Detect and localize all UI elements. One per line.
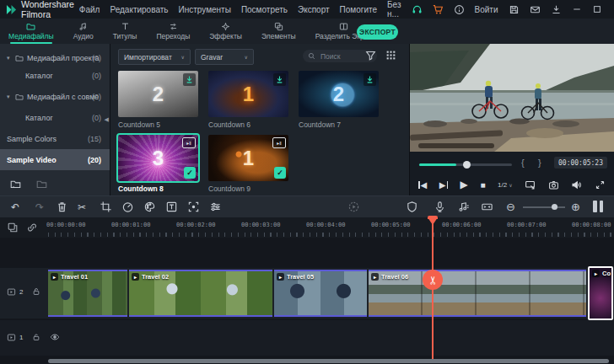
reframe-button[interactable] [187,201,200,213]
media-item-countdown6[interactable]: 1 [208,71,288,117]
render-preview-button[interactable] [347,201,360,213]
chevron-down-icon: ∨ [181,54,185,60]
tree-expand-icon[interactable]: ▾ [7,55,15,62]
record-dropdown[interactable]: Gravar ∨ [195,49,254,65]
volume-icon[interactable] [571,179,582,190]
preview-quality-dropdown[interactable]: 1/2 ∨ [498,181,513,189]
fullscreen-icon[interactable] [595,179,606,190]
redo-button[interactable]: ↷ [35,201,44,214]
minimize-button[interactable] [572,4,582,14]
timeline-clip-travel02[interactable]: ▸Travel 02 [129,270,272,317]
adjust-sliders-button[interactable] [209,201,222,213]
import-dropdown[interactable]: Импортироват ∨ [118,49,191,65]
menu-file[interactable]: Файл [74,5,105,14]
tab-transitions[interactable]: Переходы [156,19,190,44]
undo-button[interactable]: ↶ [11,201,19,214]
timeline-ruler[interactable]: 00:00:00:00 00:00:01:00 00:00:02:00 00:0… [0,217,614,238]
timeline-clip-travel01[interactable]: ▸Travel 01 [48,270,127,317]
download-badge-icon[interactable] [273,73,286,86]
toggle-visibility-eye-icon[interactable] [50,332,60,342]
record-voiceover-mic-button[interactable] [434,201,446,213]
new-folder-button[interactable] [10,179,21,190]
tab-titles[interactable]: Титулы [113,19,137,44]
play-button[interactable]: ▶ [460,179,468,190]
sidebar-item-catalog-2[interactable]: Каталог (0) [0,107,110,128]
tab-audio[interactable]: Аудио [73,19,94,44]
media-item-countdown8[interactable]: 3 ▸‖ ✓ [118,135,198,181]
playhead-marker[interactable] [428,217,438,225]
zoom-in-button[interactable]: ⊕ [571,201,580,214]
about-info-icon[interactable] [454,4,465,15]
project-name[interactable]: Без н... [382,0,407,19]
timeline-clip-travel06[interactable]: ▸Travel 06 [369,270,586,317]
store-cart-icon[interactable] [433,4,444,15]
timeline-zoom-slider[interactable] [523,206,565,208]
lock-track-icon[interactable] [32,287,40,296]
lock-track-icon[interactable] [32,333,40,341]
clip-name: Co [602,270,611,277]
timecode-display: 00:00:05:23 [554,157,607,169]
timeline-horizontal-scrollbar[interactable] [48,359,609,363]
export-button[interactable]: ЭКСПОРТ [357,24,398,40]
tab-elements[interactable]: Элементы [261,19,296,44]
mail-icon[interactable] [530,4,541,15]
tree-expand-icon[interactable]: ▾ [7,94,15,100]
sidebar-collapse-arrow[interactable]: ◀ [105,116,109,123]
timeline-clip-travel05[interactable]: ▸Travel 05 [274,270,367,317]
sidebar-item-sample-video[interactable]: Sample Video (20) [0,149,110,170]
zoom-slider-handle[interactable] [552,204,557,210]
media-item-countdown9[interactable]: 1 ▸‖ ✓ [208,135,288,181]
snapshot-camera-icon[interactable] [548,179,559,190]
previous-frame-button[interactable]: ◀ [418,180,427,190]
zoom-out-button[interactable]: ⊖ [506,201,515,214]
menu-help[interactable]: Помогите [335,5,382,14]
motion-tracking-button[interactable] [165,201,178,213]
maximize-button[interactable] [592,4,602,14]
media-item-countdown5[interactable]: 2 [118,71,198,117]
video-track-1-lane[interactable] [0,320,614,356]
link-clips-icon[interactable] [26,222,38,233]
search-input[interactable] [319,51,371,62]
sidebar-item-shared-media[interactable]: ▾ Медиафайл с совме (0) [0,86,110,107]
tab-effects-label: Эффекты [209,32,242,40]
stop-button[interactable]: ■ [480,180,485,190]
support-headphones-icon[interactable] [412,4,423,15]
fit-timeline-button[interactable] [593,201,603,212]
video-viewer[interactable] [410,44,614,152]
download-badge-icon[interactable] [183,73,196,86]
mark-in-button[interactable]: { [521,158,525,168]
manage-tracks-icon[interactable] [7,222,19,233]
tab-effects[interactable]: Эффекты [209,19,242,44]
audio-mixer-button[interactable] [457,201,470,213]
crop-button[interactable] [100,201,112,213]
menu-edit[interactable]: Редактировать [105,5,173,14]
download-badge-icon[interactable] [364,73,376,86]
menu-export[interactable]: Экспорт [293,5,335,14]
media-item-countdown7[interactable]: 2 [299,71,379,117]
playhead-scissors-cut-button[interactable]: ✂ [423,270,443,290]
item-count: (0) [92,114,101,122]
shield-watermark-button[interactable] [406,201,418,213]
menu-view[interactable]: Посмотреть [236,5,293,14]
speed-button[interactable] [121,201,134,213]
display-device-icon[interactable] [525,179,536,190]
color-palette-button[interactable] [143,201,156,213]
menu-tools[interactable]: Инструменты [174,5,236,14]
download-icon[interactable] [551,4,562,15]
sidebar-item-sample-colors[interactable]: Sample Colors (15) [0,128,110,149]
playback-progress-bar[interactable] [419,163,512,166]
save-icon[interactable] [509,4,520,15]
progress-handle[interactable] [463,161,471,169]
timeline-clip-countdown-dragged[interactable]: ▸Co [588,266,613,320]
split-scissors-button[interactable]: ✂ [78,201,86,214]
next-frame-button[interactable]: ▶ [439,180,448,190]
filmstrip-zoom-button[interactable] [481,201,493,213]
delete-folder-button[interactable] [36,179,47,190]
delete-trash-button[interactable] [56,201,68,213]
mark-out-button[interactable]: } [538,158,541,168]
grid-view-icon[interactable] [385,50,396,61]
sidebar-item-catalog-1[interactable]: Каталог (0) [0,65,110,86]
filter-funnel-icon[interactable] [365,50,376,61]
tab-media[interactable]: Медиафайлы [8,19,54,44]
login-button[interactable]: Войти [470,5,504,14]
